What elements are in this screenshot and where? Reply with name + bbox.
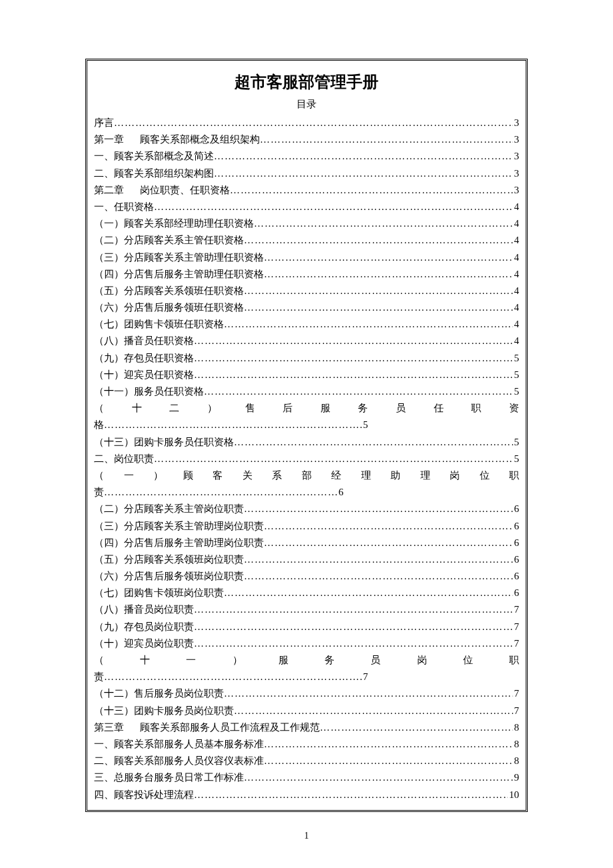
toc-entry: 二、岗位职责5 xyxy=(94,451,519,467)
toc-entry-page: 8 xyxy=(513,753,520,769)
toc-leader-dots xyxy=(244,769,513,786)
toc-leader-dots xyxy=(244,551,513,568)
toc-leader-dots xyxy=(194,367,513,383)
toc-entry: （九）存包员岗位职责7 xyxy=(94,619,519,635)
toc-leader-dots xyxy=(224,685,513,702)
toc-leader-dots xyxy=(154,199,513,215)
toc-entry-page: 7 xyxy=(513,685,520,702)
toc-entry-label: （二）分店顾客关系主管任职资格 xyxy=(94,232,244,249)
toc-entry-label: （八）播音员岗位职责 xyxy=(94,601,194,618)
toc-entry-page: 3 xyxy=(513,165,520,182)
toc-entry-page: 6 xyxy=(513,551,520,568)
toc-entry-page: 4 xyxy=(513,333,520,349)
toc-entry-label: （五）分店顾客关系领班岗位职责 xyxy=(94,551,244,568)
toc-entry: （五）分店顾客关系领班岗位职责6 xyxy=(94,551,519,568)
toc-chapter-title: 顾客关系部概念及组织架构 xyxy=(140,134,260,145)
toc-entry-page: 4 xyxy=(513,283,520,299)
toc-entry-label: （二）分店顾客关系主管岗位职责 xyxy=(94,501,244,517)
toc-heading: 目录 xyxy=(94,98,519,111)
toc-entry: （四）分店售后服务主管助理任职资格4 xyxy=(94,266,519,283)
toc-leader-dots xyxy=(194,619,513,635)
toc-entry-label: （三）分店顾客关系主管助理任职资格 xyxy=(94,249,264,266)
toc-entry-page: 5 xyxy=(513,367,520,383)
toc-chapter-prefix: 第二章 xyxy=(94,185,124,195)
toc-entry-page: 10 xyxy=(508,787,519,803)
toc-entry: （八）播音员岗位职责7 xyxy=(94,601,519,618)
toc-entry-page: 5 xyxy=(513,350,520,367)
toc-entry-label: （七）团购售卡领班岗位职责 xyxy=(94,585,224,601)
toc-chapter-entry: 第二章岗位职责、任职资格3 xyxy=(94,182,519,199)
toc-entry-page: 4 xyxy=(513,249,520,266)
toc-entry-label: （十）迎宾员任职资格 xyxy=(94,367,194,383)
toc-leader-dots xyxy=(234,703,513,719)
toc-entry-page: 8 xyxy=(513,719,520,736)
toc-leader-dots xyxy=(264,266,513,283)
toc-entry-page: 7 xyxy=(513,601,520,618)
toc-leader-dots xyxy=(264,535,513,551)
toc-entry: （十三）团购卡服务员岗位职责7 xyxy=(94,703,519,719)
toc-chapter-title: 岗位职责、任职资格 xyxy=(140,185,230,195)
toc-entry: （九）存包员任职资格5 xyxy=(94,350,519,367)
toc-entry: 二、顾客关系部组织架构图3 xyxy=(94,165,519,182)
toc-leader-dots xyxy=(194,787,508,803)
toc-entry-page: 6 xyxy=(513,585,520,601)
toc-entry: （十三）团购卡服务员任职资格5 xyxy=(94,434,519,451)
toc-entry-label: （十一）服务员任职资格 xyxy=(94,383,204,400)
toc-entry-wrapped-line2: 责…………………………………………………………6 xyxy=(94,484,519,501)
toc-entry-page: 4 xyxy=(513,232,520,249)
toc-chapter-title: 顾客关系部服务人员工作流程及工作规范 xyxy=(140,722,320,733)
toc-leader-dots xyxy=(194,333,513,349)
toc-leader-dots xyxy=(244,568,513,585)
toc-entry-page: 8 xyxy=(513,736,520,753)
toc-entry-page: 7 xyxy=(513,619,520,635)
toc-entry-label-tail: 格 xyxy=(94,419,104,430)
toc-entry-label: （四）分店售后服务主管助理任职资格 xyxy=(94,266,264,283)
toc-entry: （四）分店售后服务主管助理岗位职责6 xyxy=(94,535,519,551)
toc-leader-dots xyxy=(194,601,513,618)
toc-leader-dots xyxy=(114,115,513,131)
toc-leader-dots xyxy=(264,736,513,753)
toc-leader-dots xyxy=(244,299,513,316)
toc-leader-dots: ………………………………………………………………. xyxy=(104,419,363,430)
toc-leader-dots xyxy=(234,434,513,451)
toc-entry-label: 四、顾客投诉处理流程 xyxy=(94,787,194,803)
toc-leader-dots: ………………………………………………………… xyxy=(104,487,338,497)
toc-entry-page: 4 xyxy=(513,266,520,283)
toc-entry-label: 第二章岗位职责、任职资格 xyxy=(94,182,230,199)
toc-entry-page: 5 xyxy=(513,451,520,467)
toc-entry: 一、顾客关系部概念及简述3 xyxy=(94,148,519,165)
toc-entry: （十）迎宾员岗位职责7 xyxy=(94,635,519,652)
toc-chapter-prefix: 第一章 xyxy=(94,134,124,145)
toc-entry: （一）顾客关系部经理助理任职资格4 xyxy=(94,215,519,232)
toc-entry: 二、顾客关系部服务人员仪容仪表标准8 xyxy=(94,753,519,769)
toc-entry: （二）分店顾客关系主管岗位职责6 xyxy=(94,501,519,517)
toc-leader-dots xyxy=(230,182,513,199)
toc-entry: （七）团购售卡领班岗位职责6 xyxy=(94,585,519,601)
toc-entry-page: 4 xyxy=(513,316,520,333)
toc-entry: （五）分店顾客关系领班任职资格4 xyxy=(94,283,519,299)
toc-entry-label: 第一章顾客关系部概念及组织架构 xyxy=(94,131,260,148)
toc-entry: （三）分店顾客关系主管助理岗位职责6 xyxy=(94,518,519,535)
toc-leader-dots xyxy=(194,350,513,367)
toc-entry: （八）播音员任职资格4 xyxy=(94,333,519,349)
toc-entry-page: 9 xyxy=(513,769,520,786)
toc-entry-label: （五）分店顾客关系领班任职资格 xyxy=(94,283,244,299)
toc-leader-dots xyxy=(214,148,513,165)
toc-entry-page: 6 xyxy=(513,501,520,517)
toc-entry-label: 一、顾客关系部概念及简述 xyxy=(94,148,214,165)
toc-leader-dots xyxy=(214,165,513,182)
toc-chapter-entry: 第三章顾客关系部服务人员工作流程及工作规范8 xyxy=(94,719,519,736)
toc-entry-label: （七）团购售卡领班任职资格 xyxy=(94,316,224,333)
toc-entry-page: 7 xyxy=(513,703,520,719)
toc-entry-page: 6 xyxy=(513,518,520,535)
toc-entry: （二）分店顾客关系主管任职资格4 xyxy=(94,232,519,249)
toc-leader-dots xyxy=(264,249,513,266)
toc-entry-wrapped-line1: （一）顾客关系部经理助理岗位职 xyxy=(94,467,519,484)
toc-entry-page: 6 xyxy=(513,568,520,585)
page-frame: 超市客服部管理手册 目录 序言3第一章顾客关系部概念及组织架构3一、顾客关系部概… xyxy=(85,59,528,812)
toc-leader-dots xyxy=(254,215,513,232)
toc-entry-label: （十）迎宾员岗位职责 xyxy=(94,635,194,652)
toc-entry: （三）分店顾客关系主管助理任职资格4 xyxy=(94,249,519,266)
toc-entry-page: 6 xyxy=(513,535,520,551)
toc-leader-dots xyxy=(224,585,513,601)
